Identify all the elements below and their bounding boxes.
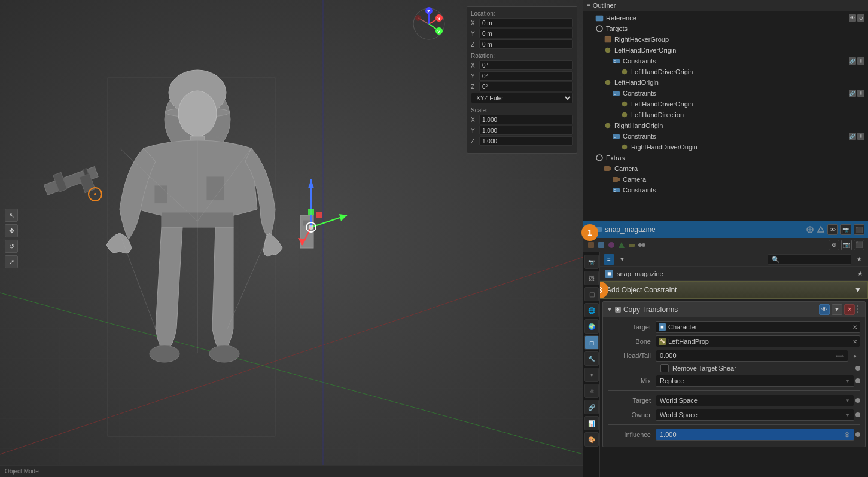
eye-icon-header[interactable]: 👁 [827,224,838,235]
target-space-dropdown[interactable]: World Space ▼ [656,395,854,406]
tab-object[interactable]: ◻ [584,335,599,350]
location-x-input[interactable] [479,18,573,27]
expand-constraint-btn[interactable]: ▼ [607,306,613,313]
head-tail-input[interactable]: 0.000 ⟺ [656,350,848,362]
render-icon-header[interactable]: ⬛ [854,224,864,235]
mix-label: Mix [608,377,656,384]
target-field-input[interactable]: ◼ Character ✕ [656,321,860,333]
icon-tool2[interactable]: ▼ [617,254,628,265]
outliner-item[interactable]: C Constraints 🔗 ⬇ [583,56,868,66]
outliner-item[interactable]: LeftHandDriverOrigin [583,99,868,109]
svg-point-76 [622,102,627,106]
rx-axis-label: X [471,62,479,69]
target-label: Target [608,323,656,331]
svg-rect-52 [316,212,322,218]
outliner-item[interactable]: RightHackerGroup [583,34,868,45]
outliner-item[interactable]: LeftHandDriverOrigin [583,66,868,77]
move-tool[interactable]: ✥ [5,224,18,237]
svg-point-82 [596,155,602,161]
sub-header-icon1[interactable]: ⊙ [829,240,839,250]
outliner-item[interactable]: RightHandDriverOrigin [583,142,868,152]
y-axis-label: Y [471,30,479,37]
rotation-y-input[interactable] [479,71,573,81]
mix-dropdown[interactable]: Replace ▼ [656,375,854,387]
tab-data[interactable]: 📊 [584,416,599,430]
constraint-delete-icon[interactable]: ✕ [844,304,855,315]
tab-physics[interactable]: ⚛ [584,384,599,398]
influence-field-input[interactable]: 1.000 ⊗ [656,429,854,441]
outliner-item[interactable]: Targets [583,23,868,34]
add-constraint-button[interactable]: Add Object Constraint ▼ [600,281,868,299]
location-y-input[interactable] [479,29,573,38]
select-tool[interactable]: ↖ [5,209,18,222]
outliner-item[interactable]: LeftHandDirection [583,109,868,120]
outliner-item[interactable]: Camera [583,163,868,174]
sz-axis-label: Z [471,138,479,145]
tab-particles[interactable]: ✦ [584,368,599,382]
tab-modifier[interactable]: 🔧 [584,351,599,366]
scale-tool[interactable]: ⤢ [5,255,18,268]
bone-label: Bone [608,338,656,345]
target-space-arrow: ▼ [845,398,850,403]
outliner-item[interactable]: Camera [583,174,868,185]
pin-icon[interactable]: ★ [854,254,864,265]
outliner-item[interactable]: C Constraints [583,185,868,195]
owner-space-label: Owner [608,411,656,418]
target-space-dot [855,398,860,403]
constraint-block-header: ▼ ✥ Copy Transforms 👁 ▼ ✕ [603,302,865,317]
navigation-gizmo[interactable]: X Z Y [412,7,446,41]
rotation-z-input[interactable] [479,82,573,91]
target-space-row: Target World Space ▼ [608,395,860,406]
header-icon1 [806,225,814,234]
tab-scene[interactable]: 🌐 [584,303,599,317]
svg-text:C: C [614,60,617,63]
location-z-input[interactable] [479,39,573,49]
sub-icon1 [587,241,595,249]
target-clear-btn[interactable]: ✕ [852,324,857,331]
viewport[interactable]: X Z Y Location: X Y Z [0,0,583,477]
outliner-item[interactable]: LeftHandDriverOrigin [583,45,868,56]
properties-search-input[interactable] [768,254,851,265]
camera-icon-header[interactable]: 📷 [840,224,851,235]
rotation-mode-select[interactable]: XYZ Euler [471,93,573,103]
viewport-left-toolbar: ↖ ✥ ↺ ⤢ [5,209,18,268]
sub-header-icon2[interactable]: 📷 [841,240,852,250]
bone-clear-btn[interactable]: ✕ [852,338,857,345]
bone-field-input[interactable]: 🦴 LeftHandProp ✕ [656,335,860,347]
rotate-tool[interactable]: ↺ [5,240,18,253]
svg-rect-98 [629,244,635,247]
sub-header-icon3[interactable]: ⬛ [854,240,864,250]
rotation-x-input[interactable] [479,60,573,70]
tab-view-layer[interactable]: ◫ [584,287,599,301]
constraint-drag-handle[interactable] [857,305,861,313]
constraint-down-icon[interactable]: ▼ [832,304,842,315]
scale-y-input[interactable] [479,126,573,135]
sub-icon5 [628,241,636,249]
outliner-item[interactable]: C Constraints 🔗 ⬇ [583,131,868,142]
remove-target-shear-checkbox[interactable] [660,364,669,372]
header-action-icons: 👁 📷 ⬛ [827,224,864,235]
constraint-body: 4 Target ◼ Character ✕ [603,317,865,447]
tab-constraint[interactable]: 🔗 [584,400,599,414]
owner-space-dropdown[interactable]: World Space ▼ [656,409,854,421]
influence-clear-btn[interactable]: ⊗ [844,430,850,439]
outliner-item[interactable]: Reference 👁 ⊙ [583,13,868,23]
outliner-item[interactable]: RightHandOrigin [583,120,868,131]
tab-material[interactable]: 🎨 [584,432,599,447]
pin-star-icon[interactable]: ★ [857,270,863,277]
svg-rect-32 [154,185,167,203]
tab-world[interactable]: 🌍 [584,319,599,334]
tab-output[interactable]: 🖼 [584,271,599,285]
scale-x-input[interactable] [479,115,573,124]
bone-value-text: LeftHandProp [668,338,852,345]
outliner-item[interactable]: Extras [583,152,868,163]
constraint-eye-icon[interactable]: 👁 [819,304,830,315]
outliner-item[interactable]: C Constraints 🔗 ⬇ [583,88,868,99]
properties-main: 📷 🖼 ◫ 🌐 🌍 ◻ 🔧 ✦ ⚛ 🔗 📊 🎨 ≡ ▼ ★ [583,252,868,477]
head-tail-anim-icon[interactable]: ● [849,350,860,361]
scale-z-input[interactable] [479,136,573,146]
icon-tool1[interactable]: ≡ [604,254,614,265]
outliner-item[interactable]: LeftHandOrigin [583,77,868,88]
properties-tabs: 📷 🖼 ◫ 🌐 🌍 ◻ 🔧 ✦ ⚛ 🔗 📊 🎨 [583,252,600,477]
tab-render[interactable]: 📷 [584,255,599,269]
